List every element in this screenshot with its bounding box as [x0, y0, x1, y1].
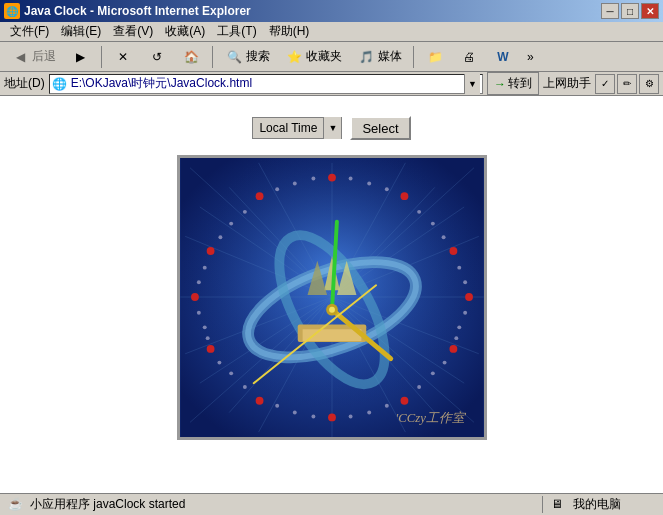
titlebar-text: Java Clock - Microsoft Internet Explorer — [24, 4, 251, 18]
maximize-button[interactable]: □ — [621, 3, 639, 19]
svg-point-30 — [449, 345, 457, 353]
svg-point-49 — [442, 361, 446, 365]
toolbar-separator-2 — [212, 46, 213, 68]
svg-point-33 — [255, 397, 263, 405]
svg-point-70 — [292, 181, 296, 185]
more-button[interactable]: » — [521, 47, 540, 67]
menu-help[interactable]: 帮助(H) — [263, 21, 316, 42]
svg-point-60 — [217, 361, 221, 365]
select-button[interactable]: Select — [350, 116, 410, 140]
search-icon: 🔍 — [224, 47, 244, 67]
svg-point-67 — [229, 222, 233, 226]
folder-icon: 📁 — [425, 47, 445, 67]
titlebar-app-icon: 🌐 — [4, 3, 20, 19]
svg-point-66 — [218, 235, 222, 239]
forward-button[interactable]: ▶ — [64, 44, 96, 70]
svg-point-64 — [196, 280, 200, 284]
stop-button[interactable]: ✕ — [107, 44, 139, 70]
titlebar-buttons: ─ □ ✕ — [601, 3, 659, 19]
svg-point-27 — [400, 192, 408, 200]
svg-point-53 — [367, 411, 371, 415]
addr-extra-btn-3[interactable]: ⚙ — [639, 74, 659, 94]
svg-point-65 — [202, 266, 206, 270]
timezone-select[interactable]: Local Time ▼ — [252, 117, 342, 139]
svg-point-84 — [329, 307, 335, 313]
svg-point-47 — [457, 325, 461, 329]
media-button[interactable]: 🎵 媒体 — [350, 44, 408, 70]
home-button[interactable]: 🏠 — [175, 44, 207, 70]
status-right-text: 我的电脑 — [573, 496, 621, 513]
svg-point-32 — [328, 414, 336, 422]
svg-point-44 — [457, 266, 461, 270]
svg-point-35 — [191, 293, 199, 301]
minimize-button[interactable]: ─ — [601, 3, 619, 19]
menu-file[interactable]: 文件(F) — [4, 21, 55, 42]
svg-point-68 — [242, 210, 246, 214]
media-icon: 🎵 — [356, 47, 376, 67]
history-button[interactable]: 📁 — [419, 44, 451, 70]
svg-point-29 — [465, 293, 473, 301]
search-button[interactable]: 🔍 搜索 — [218, 44, 276, 70]
status-left: ☕ 小应用程序 javaClock started — [0, 496, 543, 513]
menubar: 文件(F) 编辑(E) 查看(V) 收藏(A) 工具(T) 帮助(H) — [0, 22, 663, 42]
refresh-icon: ↺ — [147, 47, 167, 67]
favorites-button[interactable]: ⭐ 收藏夹 — [278, 44, 348, 70]
svg-point-31 — [400, 397, 408, 405]
page-icon: 🌐 — [52, 76, 68, 92]
addr-extra-btn-2[interactable]: ✏ — [617, 74, 637, 94]
svg-point-45 — [463, 280, 467, 284]
svg-point-52 — [384, 404, 388, 408]
svg-point-39 — [367, 181, 371, 185]
menu-edit[interactable]: 编辑(E) — [55, 21, 107, 42]
clock-svg: 'CCzy工作室 — [180, 158, 484, 437]
svg-point-57 — [275, 404, 279, 408]
address-label: 地址(D) — [4, 75, 45, 92]
refresh-button[interactable]: ↺ — [141, 44, 173, 70]
svg-point-36 — [206, 247, 214, 255]
addr-extra-btn-1[interactable]: ✓ — [595, 74, 615, 94]
word-button[interactable]: W — [487, 44, 519, 70]
svg-point-63 — [196, 311, 200, 315]
address-dropdown-button[interactable]: ▼ — [464, 74, 480, 94]
address-input[interactable] — [71, 77, 464, 91]
timezone-label: Local Time — [253, 119, 323, 137]
statusbar: ☕ 小应用程序 javaClock started 🖥 我的电脑 — [0, 493, 663, 515]
menu-tools[interactable]: 工具(T) — [211, 21, 262, 42]
svg-point-55 — [311, 414, 315, 418]
clock-container: 'CCzy工作室 — [177, 155, 487, 440]
star-icon: ⭐ — [284, 47, 304, 67]
svg-point-59 — [229, 371, 233, 375]
svg-point-69 — [275, 187, 279, 191]
go-button[interactable]: → 转到 — [487, 72, 539, 95]
menu-view[interactable]: 查看(V) — [107, 21, 159, 42]
address-extra-buttons: ✓ ✏ ⚙ — [595, 74, 659, 94]
titlebar-title: 🌐 Java Clock - Microsoft Internet Explor… — [4, 3, 251, 19]
svg-rect-76 — [302, 329, 361, 341]
back-button[interactable]: ◀ 后退 — [4, 44, 62, 70]
back-icon: ◀ — [10, 47, 30, 67]
print-button[interactable]: 🖨 — [453, 44, 485, 70]
content-area: Local Time ▼ Select — [0, 96, 663, 493]
timezone-dropdown-arrow[interactable]: ▼ — [323, 117, 341, 139]
addressbar: 地址(D) 🌐 ▼ → 转到 上网助手 ✓ ✏ ⚙ — [0, 72, 663, 96]
close-button[interactable]: ✕ — [641, 3, 659, 19]
forward-icon: ▶ — [70, 47, 90, 67]
svg-point-48 — [454, 336, 458, 340]
svg-point-61 — [205, 336, 209, 340]
controls-row: Local Time ▼ Select — [252, 116, 410, 140]
svg-point-51 — [417, 385, 421, 389]
svg-text:'CCzy工作室: 'CCzy工作室 — [395, 411, 466, 425]
svg-point-46 — [463, 311, 467, 315]
menu-favorites[interactable]: 收藏(A) — [159, 21, 211, 42]
svg-point-50 — [430, 371, 434, 375]
toolbar-separator-1 — [101, 46, 102, 68]
svg-point-56 — [292, 411, 296, 415]
computer-icon: 🖥 — [551, 497, 567, 513]
help-label: 上网助手 — [543, 75, 591, 92]
status-text: 小应用程序 javaClock started — [30, 496, 185, 513]
svg-point-37 — [255, 192, 263, 200]
print-icon: 🖨 — [459, 47, 479, 67]
stop-icon: ✕ — [113, 47, 133, 67]
svg-point-38 — [348, 177, 352, 181]
titlebar: 🌐 Java Clock - Microsoft Internet Explor… — [0, 0, 663, 22]
